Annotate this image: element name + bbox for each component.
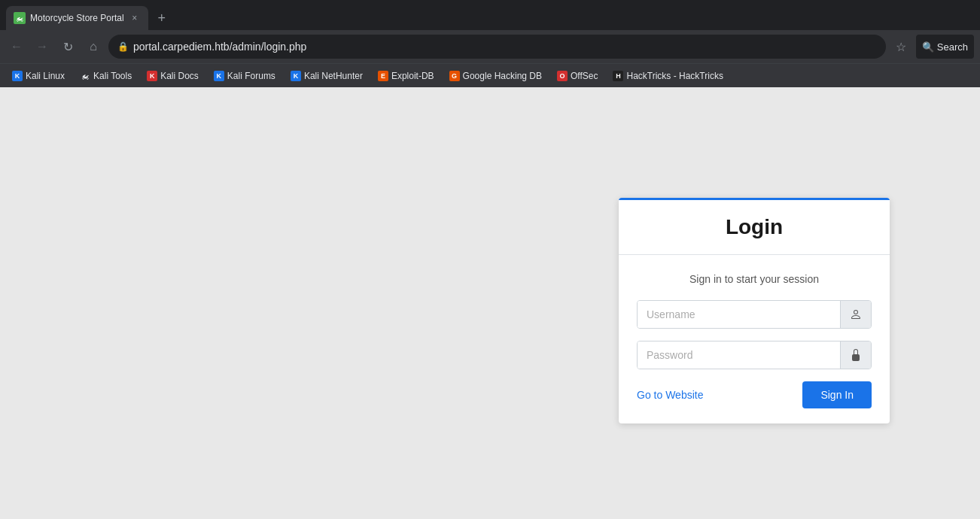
login-card-header: Login bbox=[619, 198, 890, 255]
bookmark-kali-tools[interactable]: 🏍 Kali Tools bbox=[74, 68, 138, 83]
bookmark-icon-hacktricks: H bbox=[613, 71, 623, 81]
active-tab[interactable]: 🏍 Motorcycle Store Portal × bbox=[6, 6, 148, 30]
search-icon: 🔍 bbox=[922, 41, 934, 53]
bookmark-icon-kali-forums: K bbox=[214, 71, 224, 81]
bookmark-icon-kali-docs: K bbox=[147, 71, 157, 81]
bookmark-label: Google Hacking DB bbox=[463, 71, 542, 81]
login-subtitle: Sign in to start your session bbox=[637, 273, 872, 285]
bookmark-icon-google-hacking: G bbox=[449, 71, 460, 81]
page-content: Login Sign in to start your session bbox=[0, 87, 980, 519]
search-button[interactable]: 🔍 Search bbox=[916, 35, 974, 59]
bookmark-label: Kali Forums bbox=[227, 71, 275, 81]
home-icon: ⌂ bbox=[90, 40, 97, 53]
bookmark-label: HackTricks - HackTricks bbox=[626, 71, 723, 81]
bookmark-label: Kali Linux bbox=[26, 71, 65, 81]
address-bar[interactable]: 🔒 portal.carpediem.htb/admin/login.php bbox=[108, 35, 886, 59]
search-label: Search bbox=[937, 41, 968, 53]
password-input-group bbox=[637, 341, 872, 369]
login-title: Login bbox=[634, 215, 875, 239]
bookmark-kali-nethunter[interactable]: K Kali NetHunter bbox=[285, 68, 369, 83]
nav-bar: ← → ↻ ⌂ 🔒 portal.carpediem.htb/admin/log… bbox=[0, 30, 980, 63]
url-text: portal.carpediem.htb/admin/login.php bbox=[133, 41, 877, 53]
login-card-body: Sign in to start your session bbox=[619, 255, 890, 423]
bookmark-label: Kali Tools bbox=[93, 71, 132, 81]
star-icon: ☆ bbox=[896, 40, 906, 54]
browser-chrome: 🏍 Motorcycle Store Portal × + ← → ↻ ⌂ 🔒 … bbox=[0, 0, 980, 87]
bookmark-star-button[interactable]: ☆ bbox=[890, 36, 912, 57]
bookmark-offsec[interactable]: O OffSec bbox=[551, 68, 604, 83]
forward-button[interactable]: → bbox=[32, 36, 53, 57]
tab-close-button[interactable]: × bbox=[129, 12, 141, 24]
reload-icon: ↻ bbox=[63, 40, 73, 54]
back-button[interactable]: ← bbox=[6, 36, 27, 57]
bookmark-icon-kali-linux: K bbox=[12, 71, 23, 81]
lock-icon: 🔒 bbox=[117, 41, 129, 52]
bookmark-google-hacking[interactable]: G Google Hacking DB bbox=[443, 68, 548, 83]
tab-bar: 🏍 Motorcycle Store Portal × + bbox=[0, 0, 980, 30]
password-input[interactable] bbox=[638, 341, 840, 369]
tab-favicon: 🏍 bbox=[14, 12, 26, 24]
bookmark-icon-kali-nethunter: K bbox=[291, 71, 301, 81]
username-icon bbox=[840, 301, 871, 328]
bookmark-label: OffSec bbox=[571, 71, 598, 81]
password-icon bbox=[840, 341, 871, 369]
bookmark-label: Kali NetHunter bbox=[304, 71, 363, 81]
tab-title: Motorcycle Store Portal bbox=[30, 13, 124, 23]
bookmark-kali-forums[interactable]: K Kali Forums bbox=[208, 68, 282, 83]
bookmark-icon-offsec: O bbox=[557, 71, 568, 81]
bookmarks-bar: K Kali Linux 🏍 Kali Tools K Kali Docs K … bbox=[0, 63, 980, 87]
bookmark-icon-kali-tools: 🏍 bbox=[80, 71, 90, 81]
login-card: Login Sign in to start your session bbox=[619, 198, 890, 423]
username-input-group bbox=[637, 300, 872, 329]
home-button[interactable]: ⌂ bbox=[83, 36, 104, 57]
forward-icon: → bbox=[36, 40, 48, 53]
goto-website-link[interactable]: Go to Website bbox=[637, 389, 703, 401]
username-input[interactable] bbox=[638, 301, 840, 328]
back-icon: ← bbox=[11, 40, 23, 53]
sign-in-button[interactable]: Sign In bbox=[802, 381, 872, 408]
new-tab-button[interactable]: + bbox=[151, 8, 172, 29]
bookmark-hacktricks[interactable]: H HackTricks - HackTricks bbox=[607, 68, 729, 83]
reload-button[interactable]: ↻ bbox=[57, 36, 78, 57]
login-actions: Go to Website Sign In bbox=[637, 381, 872, 408]
bookmark-icon-exploit-db: E bbox=[378, 71, 388, 81]
bookmark-kali-docs[interactable]: K Kali Docs bbox=[141, 68, 205, 83]
bookmark-label: Kali Docs bbox=[160, 71, 199, 81]
bookmark-kali-linux[interactable]: K Kali Linux bbox=[6, 68, 71, 83]
bookmark-label: Exploit-DB bbox=[391, 71, 434, 81]
bookmark-exploit-db[interactable]: E Exploit-DB bbox=[372, 68, 440, 83]
